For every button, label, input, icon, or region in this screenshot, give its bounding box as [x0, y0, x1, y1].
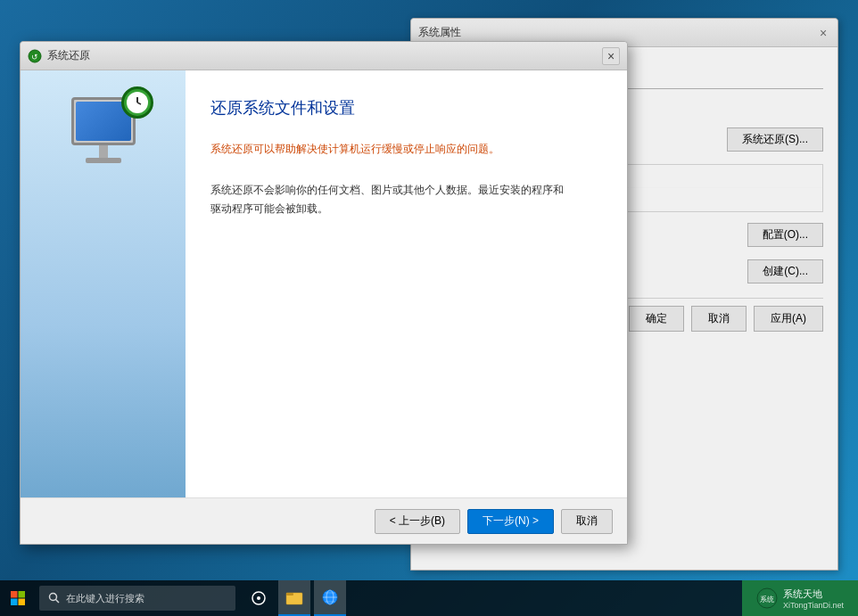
brand-name: 系统天地: [783, 587, 844, 601]
svg-text:↺: ↺: [31, 53, 38, 62]
file-explorer-button[interactable]: [278, 580, 310, 616]
next-button[interactable]: 下一步(N) >: [467, 509, 554, 534]
monitor-base: [86, 158, 121, 163]
clock-face: [127, 92, 148, 113]
computer-clock-icon: [71, 97, 136, 163]
restore-heading: 还原系统文件和设置: [210, 97, 602, 119]
restore-content: 还原系统文件和设置 系统还原可以帮助解决使计算机运行缓慢或停止响应的问题。 系统…: [21, 70, 627, 497]
monitor-stand: [99, 145, 108, 158]
svg-rect-6: [11, 599, 18, 606]
taskbar-search[interactable]: 在此键入进行搜索: [39, 586, 235, 611]
restore-title-icon: ↺: [28, 49, 42, 63]
globe-icon: [321, 588, 339, 606]
restore-desc1: 系统还原可以帮助解决使计算机运行缓慢或停止响应的问题。: [210, 140, 602, 160]
cancel-button[interactable]: 取消: [561, 509, 613, 534]
configure-button[interactable]: 配置(O)...: [747, 223, 823, 247]
taskbar: 在此键入进行搜索: [0, 580, 858, 616]
restore-title-left: ↺ 系统还原: [28, 48, 90, 63]
svg-point-11: [257, 596, 260, 600]
restore-titlebar: ↺ 系统还原 ×: [21, 42, 627, 70]
start-button[interactable]: [0, 580, 36, 616]
brand-subtitle: XiTongTianDi.net: [783, 601, 844, 610]
svg-line-9: [56, 600, 60, 604]
create-button[interactable]: 创建(C)...: [747, 259, 823, 283]
search-icon: [48, 592, 61, 604]
network-app-button[interactable]: [314, 580, 346, 616]
taskbar-icons-area: [243, 580, 346, 616]
svg-line-3: [137, 103, 141, 104]
taskbar-search-text: 在此键入进行搜索: [66, 592, 144, 605]
back-button[interactable]: < 上一步(B): [375, 509, 460, 534]
clock-overlay: [121, 86, 153, 119]
svg-rect-4: [11, 591, 18, 598]
sys-restore-button[interactable]: 系统还原(S)...: [727, 127, 823, 152]
windows-logo-icon: [10, 590, 26, 606]
ok-button[interactable]: 确定: [629, 306, 684, 332]
apply-button[interactable]: 应用(A): [754, 306, 823, 332]
cancel-button[interactable]: 取消: [691, 306, 747, 332]
svg-rect-7: [19, 599, 26, 606]
svg-rect-13: [286, 593, 293, 595]
restore-desc2: 系统还原不会影响你的任何文档、图片或其他个人数据。最近安装的程序和 驱动程序可能…: [210, 181, 602, 219]
desktop: 系统属性 × 远程 统更改。 系统还原(S)... 保护 启用: [0, 0, 858, 616]
brand-logo: 系统 系统天地 XiTongTianDi.net: [742, 580, 858, 616]
restore-close-button[interactable]: ×: [602, 47, 620, 65]
restore-footer: < 上一步(B) 下一步(N) > 取消: [21, 497, 627, 544]
restore-right-panel: 还原系统文件和设置 系统还原可以帮助解决使计算机运行缓慢或停止响应的问题。 系统…: [186, 70, 627, 497]
sys-props-title: 系统属性: [418, 25, 461, 40]
restore-dialog: ↺ 系统还原 ×: [20, 41, 628, 545]
brand-icon: 系统: [756, 587, 778, 609]
svg-rect-5: [19, 591, 26, 598]
task-view-icon: [252, 591, 266, 605]
restore-title-text: 系统还原: [47, 48, 90, 63]
svg-text:系统: 系统: [760, 595, 774, 604]
file-explorer-icon: [285, 589, 303, 605]
task-view-button[interactable]: [243, 580, 275, 616]
restore-left-panel: [21, 70, 186, 497]
sys-props-close-button[interactable]: ×: [816, 26, 830, 40]
svg-point-8: [50, 594, 57, 601]
